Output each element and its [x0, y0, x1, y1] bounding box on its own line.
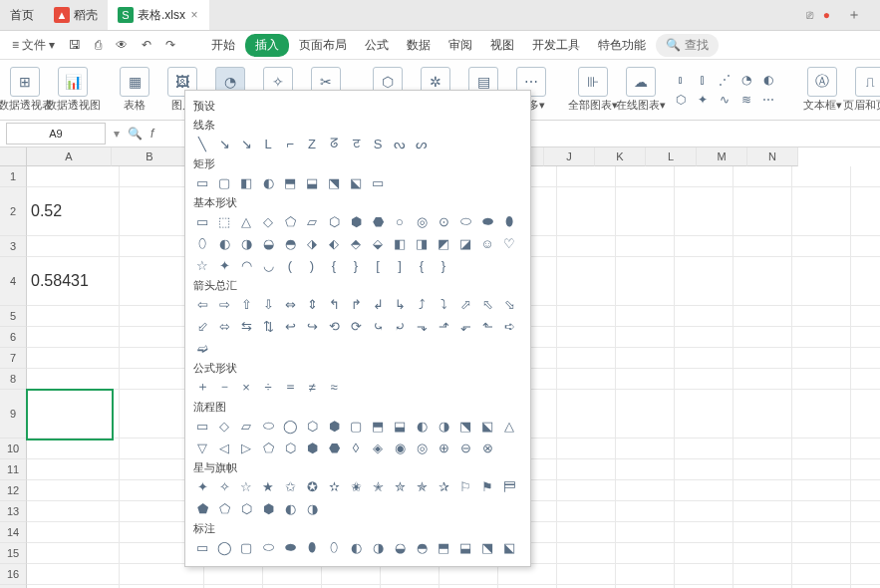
shape-item[interactable]: △ [237, 212, 255, 230]
shape-item[interactable]: ◑ [369, 538, 387, 556]
shape-item[interactable]: ➫ [193, 339, 211, 357]
cell[interactable] [851, 564, 880, 585]
cell[interactable] [557, 522, 616, 543]
cell[interactable] [733, 439, 792, 459]
cell[interactable] [733, 257, 792, 306]
shape-item[interactable]: ᔓ [391, 135, 409, 152]
cell[interactable] [27, 390, 120, 439]
shape-item[interactable]: ▭ [193, 538, 211, 556]
cell[interactable]: 0.58431 [27, 257, 120, 306]
cell[interactable] [616, 348, 675, 369]
cell[interactable] [851, 480, 880, 501]
cell[interactable] [440, 564, 498, 585]
shape-item[interactable]: ◓ [281, 234, 299, 252]
shape-item[interactable]: ▭ [369, 173, 387, 191]
shape-item[interactable]: ⬚ [215, 212, 233, 230]
shape-item[interactable]: ⬒ [281, 173, 299, 191]
row-header[interactable]: 12 [0, 480, 27, 501]
shape-item[interactable]: ✩ [281, 477, 299, 495]
cell[interactable] [675, 166, 733, 187]
cell[interactable] [557, 306, 616, 327]
mini-chart-icon[interactable]: ✦ [694, 91, 712, 109]
tab-home[interactable]: 首页 [0, 0, 44, 30]
shape-item[interactable]: ⬙ [369, 234, 387, 252]
shape-item[interactable]: ⊙ [435, 212, 452, 230]
col-header[interactable]: J [544, 147, 595, 166]
cell[interactable] [616, 327, 675, 348]
cell[interactable] [792, 564, 851, 585]
shape-item[interactable]: ⬓ [303, 173, 321, 191]
cell[interactable] [557, 187, 616, 236]
row-header[interactable]: 15 [0, 543, 27, 564]
shape-item[interactable]: ⟳ [347, 317, 365, 335]
shape-item[interactable]: ◓ [413, 538, 431, 556]
shape-item[interactable]: ⬠ [215, 499, 233, 517]
shape-item[interactable]: ⤴ [413, 295, 431, 313]
shape-item[interactable]: ≈ [325, 378, 343, 396]
cell[interactable] [733, 306, 792, 327]
row-header[interactable]: 2 [0, 187, 27, 236]
cell[interactable] [733, 501, 792, 522]
cell[interactable] [381, 564, 440, 585]
shape-item[interactable]: ( [281, 256, 299, 274]
shape-item[interactable]: ⬣ [325, 439, 343, 456]
shape-item[interactable]: ✪ [303, 477, 321, 495]
shape-item[interactable]: × [237, 378, 255, 396]
cell[interactable] [616, 439, 675, 459]
cell[interactable] [675, 390, 733, 439]
shape-item[interactable]: ▱ [303, 212, 321, 230]
menu-dev[interactable]: 开发工具 [524, 33, 588, 58]
cell[interactable] [322, 564, 381, 585]
shape-item[interactable]: ⇆ [237, 317, 255, 335]
cell[interactable] [851, 166, 880, 187]
cell[interactable] [675, 439, 733, 459]
cell[interactable] [792, 543, 851, 564]
shape-item[interactable]: ◁ [215, 439, 233, 456]
shape-item[interactable]: ◉ [391, 439, 409, 456]
shape-item[interactable]: ✦ [193, 477, 211, 495]
close-icon[interactable]: × [189, 8, 199, 22]
mini-chart-icon[interactable]: ∿ [716, 91, 733, 109]
tab-doc[interactable]: ▲ 稻壳 [44, 0, 108, 30]
shape-item[interactable]: ＋ [193, 378, 211, 396]
shape-item[interactable]: ○ [391, 212, 409, 230]
shape-item[interactable]: Z [303, 135, 321, 152]
shape-item[interactable]: ▭ [193, 417, 211, 435]
shape-item[interactable]: ⬔ [478, 538, 496, 556]
cell[interactable] [733, 166, 792, 187]
cell[interactable] [616, 187, 675, 236]
cell[interactable] [557, 501, 616, 522]
shape-item[interactable]: ◐ [413, 417, 431, 435]
cell[interactable] [851, 236, 880, 257]
row-header[interactable]: 7 [0, 348, 27, 369]
shape-item[interactable]: ◒ [259, 234, 277, 252]
mini-chart-icon[interactable]: ⋰ [716, 71, 733, 89]
cell[interactable] [616, 564, 675, 585]
undo-icon[interactable]: ↶ [136, 35, 157, 55]
cell[interactable] [675, 522, 733, 543]
mini-chart-icon[interactable]: ◔ [737, 71, 755, 89]
mini-chart-icon[interactable]: ≋ [737, 91, 755, 109]
shape-item[interactable]: ◊ [347, 439, 365, 456]
shape-item[interactable]: ◠ [237, 256, 255, 274]
row-header[interactable]: 16 [0, 564, 27, 585]
cell[interactable] [557, 439, 616, 459]
cell[interactable] [851, 257, 880, 306]
menu-formula[interactable]: 公式 [357, 33, 397, 58]
shape-item[interactable]: ⬒ [435, 538, 452, 556]
search-button[interactable]: 🔍 查找 [656, 34, 719, 57]
row-header[interactable]: 9 [0, 390, 27, 439]
cell[interactable] [851, 390, 880, 439]
ribbon-headerfooter[interactable]: ⎍页眉和页脚 [853, 67, 880, 113]
print-icon[interactable]: ⎙ [89, 35, 108, 55]
shape-item[interactable]: ⇕ [303, 295, 321, 313]
shape-item[interactable]: ↪ [303, 317, 321, 335]
shape-item[interactable]: ⬁ [478, 295, 496, 313]
cell[interactable] [616, 166, 675, 187]
cell[interactable] [27, 439, 120, 459]
chevron-down-icon[interactable]: ▾ [114, 127, 120, 141]
cell[interactable] [557, 459, 616, 480]
menu-view[interactable]: 视图 [482, 33, 522, 58]
shape-item[interactable]: ⬎ [413, 317, 431, 335]
cell[interactable] [675, 543, 733, 564]
